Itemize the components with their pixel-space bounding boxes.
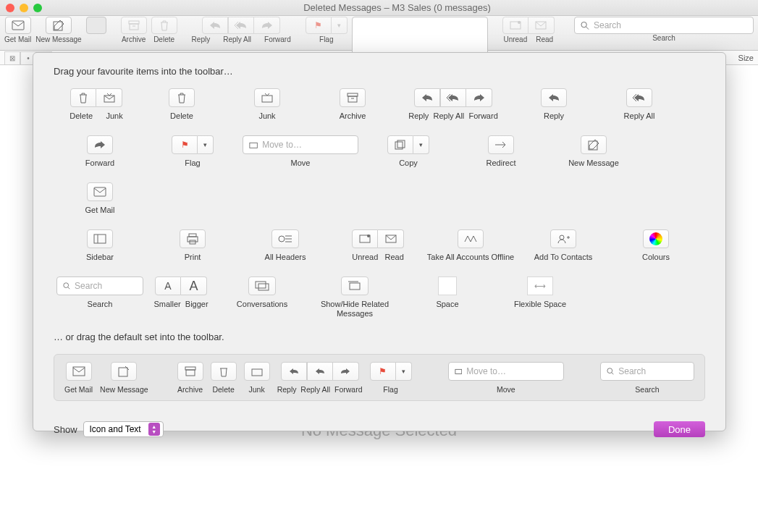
palette-redirect[interactable]: Redirect (455, 135, 547, 168)
palette-search[interactable]: Search (54, 276, 146, 318)
compose-icon (588, 139, 599, 151)
new-message-button[interactable] (46, 17, 72, 34)
reply-all-button[interactable] (228, 17, 254, 34)
reply-button[interactable] (202, 17, 228, 34)
delete-button[interactable] (151, 17, 177, 34)
size-column-header[interactable]: Size (738, 54, 754, 62)
palette-move[interactable]: Move (239, 135, 362, 168)
palette-showhide-related[interactable]: Show/Hide Related Messages (308, 276, 401, 318)
search-field[interactable] (574, 17, 754, 34)
envelope-icon (93, 187, 106, 197)
flexible-space-icon (527, 276, 553, 295)
search-input[interactable] (594, 20, 747, 30)
compose-icon (118, 366, 130, 377)
chevron-down-icon: ▾ (419, 141, 423, 148)
search-label: Search (652, 34, 675, 42)
show-label: Show (54, 424, 77, 435)
palette-delete[interactable]: Delete (139, 88, 224, 121)
new-message-label: New Message (35, 35, 81, 43)
close-window-button[interactable] (6, 4, 14, 12)
palette-flexible-space[interactable]: Flexible Space (494, 276, 586, 318)
palette-copy[interactable]: ▾Copy (362, 135, 455, 168)
mailbox-tab[interactable]: ⊠ (4, 51, 20, 64)
forward-button[interactable] (254, 17, 280, 34)
forward-icon (473, 93, 485, 102)
flag-dropdown-button[interactable]: ▾ (332, 17, 348, 34)
palette-junk[interactable]: Junk (224, 88, 310, 121)
svg-rect-13 (250, 143, 257, 148)
default-toolbar-set[interactable]: Get Mail New Message Archive Delete Junk… (54, 354, 705, 401)
unread-label: Unread (503, 35, 527, 43)
read-button[interactable] (529, 17, 555, 34)
palette-flag[interactable]: ⚑▾Flag (146, 135, 239, 168)
chevron-down-icon: ▾ (203, 141, 207, 148)
search-icon (63, 282, 70, 290)
palette-get-mail[interactable]: Get Mail (54, 182, 146, 215)
svg-rect-17 (94, 187, 106, 196)
svg-point-37 (607, 368, 612, 373)
flag-icon: ⚑ (314, 20, 322, 30)
move-input[interactable] (466, 366, 557, 376)
palette-reply-group[interactable]: Reply Reply All Forward (395, 88, 511, 121)
palette-take-offline[interactable]: Take All Accounts Offline (424, 229, 517, 262)
trash-icon (78, 92, 88, 104)
add-contact-icon (557, 234, 570, 244)
done-button[interactable]: Done (654, 421, 705, 437)
folder-icon (249, 140, 258, 149)
palette-space[interactable]: Space (401, 276, 494, 318)
folder-icon (455, 368, 463, 375)
palette-print[interactable]: Print (146, 229, 239, 262)
palette-archive[interactable]: Archive (310, 88, 395, 121)
related-icon (348, 281, 362, 291)
palette-sidebar[interactable]: Sidebar (54, 229, 146, 262)
reply-all-icon (633, 93, 646, 102)
minimize-window-button[interactable] (20, 4, 28, 12)
palette-conversations[interactable]: Conversations (216, 276, 308, 318)
search-input[interactable] (618, 366, 688, 376)
junk-icon (104, 93, 115, 103)
palette-add-contacts[interactable]: Add To Contacts (517, 229, 610, 262)
window-title: Deleted Messages – M3 Sales (0 messages) (42, 2, 752, 13)
forward-icon (94, 140, 106, 149)
search-input[interactable] (75, 281, 137, 291)
svg-point-27 (64, 283, 69, 288)
archive-icon (185, 366, 196, 376)
archive-button[interactable] (121, 17, 147, 34)
flag-button[interactable]: ⚑ (306, 17, 332, 34)
svg-point-8 (581, 22, 586, 27)
chevron-down-icon: ▾ (337, 22, 341, 29)
blank-toolbar-slot (86, 17, 106, 34)
flag-icon: ⚑ (379, 366, 387, 376)
svg-rect-32 (119, 368, 127, 376)
unread-button[interactable] (502, 17, 529, 34)
svg-rect-36 (455, 369, 462, 373)
get-mail-button[interactable] (5, 17, 31, 34)
zoom-window-button[interactable] (33, 4, 42, 12)
palette-unread-read[interactable]: Unread Read (332, 229, 424, 262)
delete-label: Delete (153, 35, 174, 43)
svg-rect-16 (589, 141, 597, 150)
show-mode-value: Icon and Text (90, 424, 141, 434)
svg-rect-28 (256, 282, 266, 288)
palette-reply[interactable]: Reply (511, 88, 597, 121)
palette-delete-junk[interactable]: Delete Junk (54, 88, 139, 121)
palette-new-message[interactable]: New Message (547, 135, 640, 168)
svg-point-6 (518, 21, 521, 24)
svg-rect-2 (129, 21, 139, 24)
palette-forward[interactable]: Forward (54, 135, 146, 168)
chevron-down-icon: ▾ (402, 368, 405, 375)
reply-icon (421, 93, 433, 102)
svg-point-24 (367, 235, 370, 237)
palette-reply-all[interactable]: Reply All (597, 88, 682, 121)
svg-rect-1 (54, 22, 62, 30)
envelope-icon (72, 366, 85, 376)
svg-rect-11 (348, 93, 358, 96)
move-input[interactable] (262, 140, 352, 150)
reply-all-icon (447, 93, 460, 102)
palette-all-headers[interactable]: All Headers (239, 229, 332, 262)
palette-smaller-bigger[interactable]: AASmaller Bigger (146, 276, 216, 318)
svg-point-22 (279, 236, 285, 242)
palette-colours[interactable]: Colours (610, 229, 702, 262)
show-mode-select[interactable]: Icon and Text ▲▼ (83, 421, 164, 437)
svg-rect-19 (189, 234, 196, 237)
